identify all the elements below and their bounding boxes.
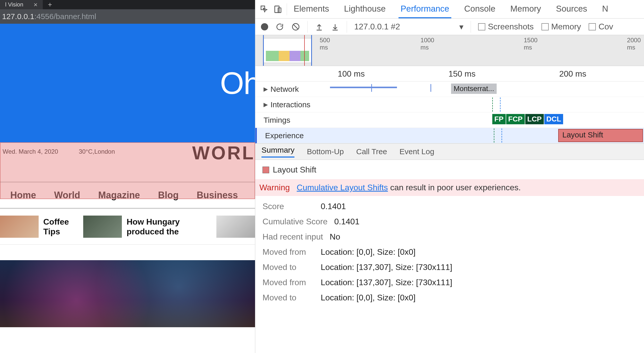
network-resource[interactable]: Montserrat... <box>451 84 497 94</box>
divider <box>471 21 471 33</box>
timing-badge-fp[interactable]: FP <box>492 114 506 124</box>
new-tab-button[interactable]: + <box>43 1 57 9</box>
url-path: :4556/banner.html <box>34 12 96 21</box>
devtools-tabs: ElementsLighthousePerformanceConsoleMemo… <box>255 0 644 19</box>
summary-key: Cumulative Score <box>262 217 328 226</box>
track-label: Experience <box>265 131 304 140</box>
browser-tab[interactable]: l Vision × <box>0 0 43 9</box>
summary-row: Cumulative Score0.1401 <box>262 217 637 226</box>
checkbox-coverage[interactable]: Cov <box>589 22 613 31</box>
summary-key: Moved to <box>262 262 314 272</box>
reload-icon[interactable] <box>275 22 284 31</box>
timing-badge-fcp[interactable]: FCP <box>506 114 525 124</box>
upload-icon[interactable] <box>315 22 324 31</box>
summary-key: Moved to <box>262 293 314 302</box>
timing-guide <box>494 128 494 143</box>
divider <box>347 21 347 33</box>
page-banner: Oh <box>0 24 255 142</box>
devtools-tab[interactable]: Elements <box>292 0 331 18</box>
expand-icon[interactable]: ▶ <box>264 101 268 108</box>
layout-shift-overlay <box>0 142 255 199</box>
summary-value: Location: [137,307], Size: [730x111] <box>321 262 452 272</box>
checkbox-label: Memory <box>551 22 581 31</box>
overview-strip[interactable]: 500 ms1000 ms1500 ms2000 ms <box>255 35 644 66</box>
summary-value: 0.1401 <box>321 202 346 211</box>
story-thumb <box>83 216 122 238</box>
checkbox-icon <box>478 23 485 30</box>
summary-row: Score0.1401 <box>262 202 637 211</box>
story-title[interactable]: How Hungary produced the <box>126 217 212 237</box>
clear-icon[interactable] <box>291 22 300 31</box>
checkbox-label: Cov <box>598 22 613 31</box>
story-title[interactable]: Coffee Tips <box>43 217 79 237</box>
close-icon[interactable]: × <box>34 1 38 9</box>
story-thumb <box>0 216 39 238</box>
expand-icon[interactable]: ▶ <box>264 86 268 93</box>
banner-text: Oh <box>220 65 260 101</box>
summary-tab[interactable]: Event Log <box>400 147 434 156</box>
summary-key: Moved from <box>262 247 314 257</box>
browser-tab-strip: l Vision × + <box>0 0 255 9</box>
track-network[interactable]: ▶Network Montserrat... M <box>255 81 644 97</box>
device-toggle-icon[interactable] <box>273 5 282 14</box>
summary-row: Moved fromLocation: [0,0], Size: [0x0] <box>262 247 637 257</box>
ruler-tick: 150 ms <box>448 69 476 79</box>
devtools-tab[interactable]: Performance <box>399 0 451 18</box>
track-experience[interactable]: Experience Layout Shift <box>255 128 644 143</box>
devtools-tab[interactable]: N <box>600 0 610 18</box>
checkbox-icon <box>541 23 549 30</box>
timeline-ruler[interactable]: 100 ms150 ms200 ms <box>255 66 644 81</box>
devtools-tab[interactable]: Console <box>462 0 497 18</box>
checkbox-label: Screenshots <box>488 22 534 31</box>
divider <box>307 21 308 33</box>
track-interactions[interactable]: ▶Interactions <box>255 97 644 112</box>
checkbox-screenshots[interactable]: Screenshots <box>478 22 534 31</box>
ruler-tick: 200 ms <box>559 69 586 79</box>
browser-window: l Vision × + 127.0.0.1:4556/banner.html … <box>0 0 255 353</box>
track-timings[interactable]: Timings FPFCPLCPDCL <box>255 112 644 128</box>
warning-row: Warning Cumulative Layout Shifts can res… <box>255 179 644 196</box>
warning-link[interactable]: Cumulative Layout Shifts <box>297 183 388 192</box>
checkbox-icon <box>589 23 596 30</box>
warning-label: Warning <box>259 183 290 192</box>
summary-tab[interactable]: Bottom-Up <box>307 147 344 156</box>
overview-ticks: 500 ms1000 ms1500 ms2000 ms <box>255 37 644 51</box>
timing-badge-lcp[interactable]: LCP <box>525 114 544 124</box>
summary-row: Had recent inputNo <box>262 232 637 242</box>
download-icon[interactable] <box>331 22 340 31</box>
story-thumb <box>216 216 255 238</box>
summary-row: Moved toLocation: [0,0], Size: [0x0] <box>262 293 637 302</box>
overview-tick: 1000 ms <box>420 37 437 51</box>
hero-image <box>0 260 255 327</box>
summary-row: Moved fromLocation: [137,307], Size: [73… <box>262 278 637 287</box>
profile-selector[interactable]: 127.0.0.1 #2 ▾ <box>354 22 463 32</box>
profile-selector-value: 127.0.0.1 #2 <box>354 22 400 31</box>
overview-tick: 2000 ms <box>627 37 644 51</box>
inspect-icon[interactable] <box>260 5 269 14</box>
tab-title: l Vision <box>5 1 23 8</box>
summary-key: Had recent input <box>262 232 323 242</box>
summary-row: Moved toLocation: [137,307], Size: [730x… <box>262 262 637 272</box>
devtools-tab[interactable]: Memory <box>508 0 543 18</box>
checkbox-memory[interactable]: Memory <box>541 22 581 31</box>
layout-shift-event[interactable]: Layout Shift <box>558 129 643 142</box>
summary-title: Layout Shift <box>273 165 316 175</box>
svg-rect-0 <box>275 6 279 13</box>
timing-guide <box>502 128 502 143</box>
address-bar[interactable]: 127.0.0.1:4556/banner.html <box>0 9 255 24</box>
summary-tab[interactable]: Call Tree <box>356 147 387 156</box>
record-icon[interactable] <box>261 23 268 30</box>
devtools-toolbar: 127.0.0.1 #2 ▾ ScreenshotsMemoryCov <box>255 19 644 35</box>
summary-panel: Layout Shift Warning Cumulative Layout S… <box>255 160 644 313</box>
track-label: Interactions <box>270 100 310 109</box>
summary-value: Location: [137,307], Size: [730x111] <box>321 278 452 287</box>
summary-tabs: SummaryBottom-UpCall TreeEvent Log <box>255 143 644 160</box>
summary-tab[interactable]: Summary <box>261 146 294 158</box>
timing-badge-dcl[interactable]: DCL <box>544 114 563 124</box>
devtools-tab[interactable]: Sources <box>554 0 589 18</box>
event-color-swatch <box>262 167 269 173</box>
devtools-tab[interactable]: Lighthouse <box>342 0 388 18</box>
url-host: 127.0.0.1 <box>2 12 34 21</box>
summary-value: 0.1401 <box>334 217 360 226</box>
summary-key: Score <box>262 202 314 211</box>
